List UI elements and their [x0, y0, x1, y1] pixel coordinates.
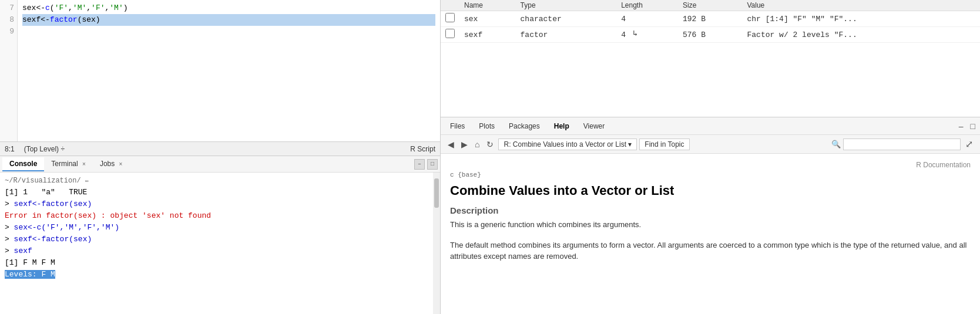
- col-size[interactable]: Size: [678, 0, 742, 11]
- minimize-panel-button[interactable]: –: [956, 120, 966, 132]
- help-content[interactable]: R Documentation c {base} Combine Values …: [441, 154, 980, 314]
- help-search-area: 🔍 ⤢: [831, 137, 975, 151]
- help-desc-1: This is a generic function which combine…: [450, 219, 971, 231]
- editor-panel: 7 8 9 sex<-c('F','M','F','M') sexf<-fact…: [0, 0, 441, 314]
- right-panel: Name Type Length Size Value sex characte…: [441, 0, 980, 314]
- environment-area: Name Type Length Size Value sex characte…: [441, 0, 980, 117]
- line-numbers: 7 8 9: [0, 0, 18, 141]
- var-name-sexf: sexf: [459, 27, 516, 43]
- console-content[interactable]: ~/R/visualization/ ✏ [1] 1 "a" TRUE > se…: [0, 173, 440, 314]
- tab-viewer[interactable]: Viewer: [576, 120, 612, 133]
- console-line-6: [1] F M F M: [5, 257, 435, 269]
- tab-jobs[interactable]: Jobs ×: [93, 157, 130, 171]
- tab-console[interactable]: Console: [2, 157, 44, 171]
- zoom-out-button[interactable]: ⤢: [963, 137, 975, 151]
- console-path: ~/R/visualization/ ✏: [5, 175, 435, 187]
- top-level: (Top Level) ÷: [24, 145, 65, 153]
- console-levels-line: Levels: F M: [5, 269, 435, 281]
- console-line-1: [1] 1 "a" TRUE: [5, 187, 435, 198]
- line-num-9: 9: [0, 26, 14, 38]
- var-type-sexf: factor: [516, 27, 617, 43]
- var-size-sexf: 576 B: [678, 27, 742, 43]
- line-num-7: 7: [0, 2, 14, 14]
- search-icon: 🔍: [831, 140, 841, 149]
- console-line-5: > sexf: [5, 245, 435, 257]
- forward-button[interactable]: ▶: [459, 139, 470, 150]
- tab-plots[interactable]: Plots: [472, 120, 502, 133]
- scrollbar-thumb[interactable]: [434, 178, 439, 208]
- environment-table: Name Type Length Size Value sex characte…: [441, 0, 980, 43]
- editor-status-bar: 8:1 (Top Level) ÷ R Script: [0, 141, 440, 156]
- code-line-8: sexf<-factor(sex): [22, 14, 435, 26]
- package-label: c {base}: [450, 171, 971, 178]
- checkbox-sexf[interactable]: [445, 29, 455, 38]
- var-value-sex: chr [1:4] "F" "M" "F"...: [742, 11, 980, 27]
- help-section-description: Description: [450, 205, 971, 215]
- refresh-button[interactable]: ↻: [484, 139, 496, 150]
- console-scrollbar[interactable]: [433, 173, 440, 314]
- minimize-console-button[interactable]: –: [414, 159, 425, 170]
- code-editor[interactable]: 7 8 9 sex<-c('F','M','F','M') sexf<-fact…: [0, 0, 440, 141]
- topic-select: R: Combine Values into a Vector or List …: [498, 139, 637, 150]
- var-length-sex: 4: [616, 11, 678, 27]
- col-type[interactable]: Type: [516, 0, 617, 11]
- checkbox-sex[interactable]: [445, 13, 455, 22]
- console-error-line: Error in factor(sex) : object 'sex' not …: [5, 210, 435, 222]
- help-main-title: Combine Values into a Vector or List: [450, 183, 971, 198]
- col-name[interactable]: Name: [459, 0, 516, 11]
- chevron-down-icon: ▾: [628, 140, 632, 148]
- tab-packages[interactable]: Packages: [502, 120, 547, 133]
- console-panel: Console Terminal × Jobs × – □ ~/R/visual…: [0, 156, 440, 314]
- script-type: R Script: [410, 145, 435, 153]
- var-type-sex: character: [516, 11, 617, 27]
- console-line-4: > sexf<-factor(sex): [5, 234, 435, 245]
- var-size-sex: 192 B: [678, 11, 742, 27]
- table-row: sex character 4 192 B chr [1:4] "F" "M" …: [441, 11, 980, 27]
- col-checkbox: [441, 0, 459, 11]
- line-num-8: 8: [0, 14, 14, 26]
- find-topic-button[interactable]: Find in Topic: [639, 139, 689, 150]
- cursor-position: 8:1: [5, 145, 15, 153]
- cursor-pointer-icon: ↳: [633, 29, 637, 38]
- close-jobs-icon[interactable]: ×: [119, 161, 123, 167]
- r-documentation-label: R Documentation: [450, 161, 971, 169]
- row-checkbox[interactable]: [441, 11, 459, 27]
- var-length-sexf: 4 ↳: [616, 27, 678, 43]
- help-area: ◀ ▶ ⌂ ↻ R: Combine Values into a Vector …: [441, 135, 980, 314]
- close-terminal-icon[interactable]: ×: [82, 161, 86, 167]
- var-value-sexf: Factor w/ 2 levels "F...: [742, 27, 980, 43]
- var-name-sex: sex: [459, 11, 516, 27]
- console-line-3: > sex<-c('F','M','F','M'): [5, 222, 435, 234]
- row-checkbox-sexf[interactable]: [441, 27, 459, 43]
- help-search-input[interactable]: [843, 139, 961, 150]
- home-button[interactable]: ⌂: [472, 139, 482, 150]
- code-line-7: sex<-c('F','M','F','M'): [22, 2, 435, 14]
- tab-help[interactable]: Help: [547, 120, 576, 133]
- tab-action-buttons: – □: [956, 120, 978, 132]
- col-length[interactable]: Length: [616, 0, 678, 11]
- table-row: sexf factor 4 ↳ 576 B Factor w/ 2 levels…: [441, 27, 980, 43]
- console-action-buttons: – □: [414, 159, 438, 170]
- code-line-9: [22, 26, 435, 38]
- col-value[interactable]: Value: [742, 0, 980, 11]
- maximize-panel-button[interactable]: □: [968, 120, 978, 132]
- maximize-console-button[interactable]: □: [427, 159, 438, 170]
- console-line-2: > sexf<-factor(sex): [5, 198, 435, 210]
- tab-files[interactable]: Files: [443, 120, 472, 133]
- topic-label: R: Combine Values into a Vector or List: [504, 140, 626, 148]
- tab-terminal[interactable]: Terminal ×: [44, 157, 93, 171]
- back-button[interactable]: ◀: [445, 139, 457, 150]
- bottom-tabs-bar: Files Plots Packages Help Viewer – □: [441, 117, 980, 135]
- console-tabs: Console Terminal × Jobs × – □: [0, 156, 440, 173]
- help-desc-2: The default method combines its argument…: [450, 239, 971, 262]
- code-content[interactable]: sex<-c('F','M','F','M') sexf<-factor(sex…: [18, 0, 440, 141]
- help-toolbar: ◀ ▶ ⌂ ↻ R: Combine Values into a Vector …: [441, 135, 980, 154]
- topic-dropdown-button[interactable]: R: Combine Values into a Vector or List …: [498, 139, 637, 150]
